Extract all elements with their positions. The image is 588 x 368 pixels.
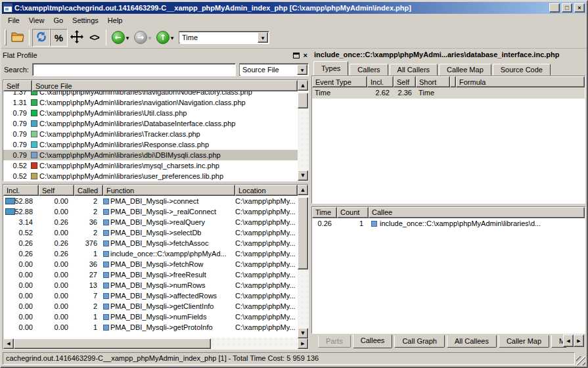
function-name-cell: PMA_DBI_Mysqli->affectedRows	[103, 290, 235, 301]
tab-callees[interactable]: Callees	[353, 334, 393, 348]
function-row[interactable]: 0.000.001PMA_DBI_Mysqli->numFieldsC:\xam…	[3, 311, 298, 322]
function-table-vscrollbar[interactable]: ▼	[298, 196, 308, 338]
column-header-self[interactable]: Self	[39, 185, 74, 196]
source-file-row[interactable]: 0.79C:\xampp\phpMyAdmin\libraries\dbi\DB…	[3, 150, 298, 160]
minimize-button[interactable]: _	[549, 3, 560, 12]
vscroll-thumb[interactable]	[298, 197, 308, 269]
source-file-row[interactable]: 0.79C:\xampp\phpMyAdmin\libraries\Util.c…	[3, 108, 298, 118]
move-button[interactable]	[68, 29, 85, 47]
tab-types[interactable]: Types	[313, 61, 348, 76]
column-header-incl[interactable]: Incl.	[3, 185, 39, 196]
column-header-spacer[interactable]	[450, 76, 456, 87]
column-header-formula[interactable]: Formula	[456, 76, 585, 87]
back-button[interactable]: ← ▼	[109, 29, 131, 47]
search-input[interactable]	[32, 63, 236, 76]
menu-help[interactable]: Help	[103, 15, 127, 26]
percent-relative-button[interactable]: %	[50, 29, 68, 47]
function-row[interactable]: 0.000.002PMA_DBI_Mysqli->getClientInfoC:…	[3, 301, 298, 311]
source-file-row[interactable]: 0.79C:\xampp\phpMyAdmin\libraries\Tracke…	[3, 129, 298, 139]
forward-button[interactable]: → ▼	[131, 29, 154, 47]
source-file-row[interactable]: 0.79C:\xampp\phpMyAdmin\libraries\Respon…	[3, 139, 298, 150]
dock-close-icon[interactable]: ×	[304, 52, 307, 59]
maximize-button[interactable]: □	[562, 3, 572, 12]
source-file-row[interactable]: 1.31C:\xampp\phpMyAdmin\libraries\naviga…	[3, 97, 298, 108]
function-row[interactable]: 52.880.002PMA_DBI_Mysqli->_realConnectC:…	[3, 206, 298, 217]
group-combobox[interactable]: Source File ▼	[239, 63, 309, 76]
function-row[interactable]: 3.140.2636PMA_DBI_Mysqli->realQueryC:\xa…	[3, 217, 298, 227]
hscroll-thumb[interactable]	[14, 338, 211, 349]
function-name-cell: PMA_DBI_Mysqli->freeResult	[103, 269, 235, 280]
file-path: C:\xampp\phpMyAdmin\libraries\Util.class…	[39, 108, 298, 118]
forward-dropdown-icon: ▼	[148, 35, 152, 40]
source-file-row[interactable]: 1.37C:\xampp\phpMyAdmin\libraries\naviga…	[3, 91, 298, 97]
function-self-value: 0.00	[39, 301, 74, 311]
event-type-combobox[interactable]: Time ▼	[179, 31, 269, 44]
column-header-function[interactable]: Function	[103, 185, 235, 196]
menu-go[interactable]: Go	[49, 15, 68, 26]
scroll-right-button[interactable]: ▶	[298, 338, 308, 349]
function-row[interactable]: 0.000.007PMA_DBI_Mysqli->affectedRowsC:\…	[3, 290, 298, 301]
file-type-icon	[31, 99, 37, 106]
scroll-up-button[interactable]: ▲	[298, 185, 308, 195]
function-row[interactable]: 0.260.261include_once::C:\xampp\phpMyAd.…	[3, 248, 298, 259]
menu-view[interactable]: View	[24, 15, 49, 26]
scroll-up-button[interactable]: ▲	[298, 80, 308, 91]
source-file-row[interactable]: 0.52C:\xampp\phpMyAdmin\libraries\mysql_…	[3, 160, 298, 171]
up-button[interactable]: ↑ ▼	[154, 29, 176, 47]
tab-all-callees[interactable]: All Callees	[447, 335, 497, 348]
file-path: C:\xampp\phpMyAdmin\libraries\mysql_char…	[39, 160, 298, 171]
vscroll-thumb[interactable]	[298, 93, 308, 108]
tab-caller-map[interactable]: Caller Map	[499, 335, 549, 348]
scroll-down-button[interactable]: ▼	[298, 170, 308, 181]
open-file-button[interactable]	[9, 29, 26, 47]
column-header-time[interactable]: Time	[312, 207, 337, 218]
tab-call-graph[interactable]: Call Graph	[394, 335, 445, 348]
column-header-self[interactable]: Self	[394, 76, 416, 87]
column-header-count[interactable]: Count	[337, 207, 369, 218]
column-header-location[interactable]: Location	[235, 185, 298, 196]
resize-grip-icon[interactable]	[576, 356, 585, 365]
callee-row[interactable]: 0.261include_once::C:\xampp\phpMyAdmin\l…	[312, 218, 585, 229]
menu-settings[interactable]: Settings	[68, 15, 103, 26]
column-header-self[interactable]: Self	[3, 80, 32, 91]
event-type-row[interactable]: Time2.622.36Time	[312, 87, 585, 99]
column-header-source-file[interactable]: Source File	[32, 80, 298, 91]
function-row[interactable]: 0.000.0013PMA_DBI_Mysqli->numRowsC:\xamp…	[3, 280, 298, 290]
tab-source-code[interactable]: Source Code	[493, 64, 551, 76]
tab-callers[interactable]: Callers	[350, 64, 388, 76]
close-button[interactable]: ×	[574, 3, 585, 12]
file-table-vscrollbar[interactable]: ▼	[298, 91, 308, 181]
source-file-row[interactable]: 0.52C:\xampp\phpMyAdmin\libraries\user_p…	[3, 171, 298, 181]
tab-parts[interactable]: Parts	[318, 335, 351, 348]
scroll-left-button[interactable]: ◀	[3, 338, 14, 349]
cycle-detection-button[interactable]	[32, 29, 50, 47]
tab-scroll-left-button[interactable]: ◀	[563, 334, 574, 347]
group-combobox-arrow[interactable]: ▼	[297, 64, 307, 75]
expand-collapse-button[interactable]: <>	[85, 29, 103, 47]
scroll-down-button[interactable]: ▼	[298, 328, 308, 338]
function-row[interactable]: 0.000.0036PMA_DBI_Mysqli->fetchRowC:\xam…	[3, 259, 298, 269]
toolbar-handle[interactable]	[5, 30, 7, 45]
source-file-row[interactable]: 0.79C:\xampp\phpMyAdmin\libraries\Databa…	[3, 118, 298, 129]
tab-scroll-right-button[interactable]: ▶	[574, 334, 584, 347]
menu-file[interactable]: File	[3, 15, 24, 26]
event-type-combobox-arrow[interactable]: ▼	[258, 32, 268, 43]
dock-title-bar[interactable]: Flat Profile ×	[3, 50, 309, 60]
column-header-incl[interactable]: Incl.	[367, 76, 394, 87]
function-row[interactable]: 0.260.26376PMA_DBI_Mysqli->fetchAssocC:\…	[3, 238, 298, 248]
function-incl-value: 0.26	[3, 238, 39, 248]
tab-all-callers[interactable]: All Callers	[390, 64, 438, 76]
column-header-event-type[interactable]: Event Type	[312, 76, 367, 87]
function-row[interactable]: 0.000.0027PMA_DBI_Mysqli->freeResultC:\x…	[3, 269, 298, 280]
function-table-hscrollbar[interactable]: ◀ ▶	[3, 338, 308, 349]
column-header-short[interactable]: Short	[416, 76, 450, 87]
function-row[interactable]: 52.880.002PMA_DBI_Mysqli->connectC:\xamp…	[3, 196, 298, 206]
minimize-icon: _	[553, 7, 556, 13]
column-header-called[interactable]: Called	[74, 185, 103, 196]
dock-float-icon[interactable]	[293, 53, 300, 58]
function-row[interactable]: 0.000.001PMA_DBI_Mysqli->getProtoInfoC:\…	[3, 322, 298, 333]
title-bar[interactable]: C:\xampp\tmp\cachegrind.out.1416463299-C…	[2, 2, 586, 14]
column-header-callee[interactable]: Callee	[369, 207, 585, 218]
tab-callee-map[interactable]: Callee Map	[439, 64, 491, 76]
function-row[interactable]: 0.520.002PMA_DBI_Mysqli->selectDbC:\xamp…	[3, 227, 298, 238]
